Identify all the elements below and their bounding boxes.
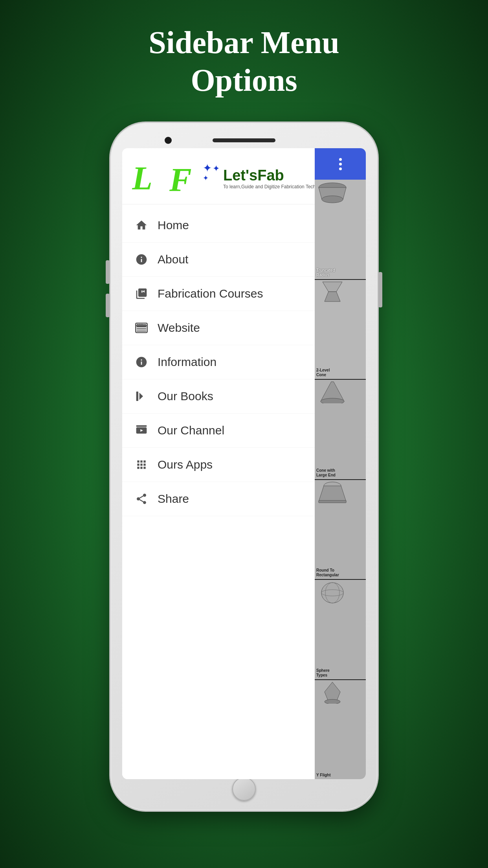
menu-label-courses: Fabrication Courses — [158, 287, 263, 300]
svg-point-11 — [322, 196, 343, 203]
svg-rect-7 — [136, 392, 138, 401]
phone-screen: L F ✦ ✦ — [122, 148, 366, 779]
menu-label-about: About — [158, 253, 188, 266]
svg-text:L: L — [132, 160, 152, 193]
menu-label-share: Share — [158, 492, 189, 506]
thumb-item-3[interactable]: Cone withLarge End — [315, 380, 366, 480]
channel-icon — [134, 423, 149, 438]
menu-item-books[interactable]: Our Books — [122, 379, 315, 414]
thumb-label-2: 2-LevelCone — [316, 368, 330, 377]
menu-item-fabrication-courses[interactable]: Fabrication Courses — [122, 277, 315, 311]
menu-item-information[interactable]: Information — [122, 345, 315, 379]
phone-bottom-bar — [232, 779, 256, 799]
share-icon — [134, 491, 149, 506]
menu-item-home[interactable]: Home — [122, 208, 315, 243]
information-icon — [134, 355, 149, 370]
thumb-item-1[interactable]: TruncatedRadius — [315, 180, 366, 280]
thumb-shape-4 — [315, 480, 350, 504]
page-title: Sidebar Menu Options — [149, 24, 339, 99]
home-icon — [134, 218, 149, 233]
menu-item-apps[interactable]: Ours Apps — [122, 448, 315, 482]
thumb-label-4: Round ToRectangular — [316, 568, 339, 577]
menu-item-channel[interactable]: Our Channel — [122, 414, 315, 448]
speaker — [213, 138, 275, 142]
front-camera — [165, 137, 172, 144]
brand-name: Let'sFab — [223, 167, 327, 184]
menu-item-website[interactable]: Website — [122, 311, 315, 345]
thumb-label-1: TruncatedRadius — [316, 268, 335, 278]
thumb-shape-3 — [315, 380, 350, 403]
brand-text: Let'sFab To learn,Guide and Digitize Fab… — [223, 167, 327, 189]
right-panel: TruncatedRadius 2-LevelCone Cone withLar… — [315, 148, 366, 779]
website-icon — [134, 320, 149, 335]
svg-point-12 — [321, 398, 344, 403]
top-bar — [315, 148, 366, 180]
logo-area: L F ✦ ✦ — [122, 148, 315, 204]
svg-point-15 — [321, 583, 343, 603]
phone-top-bar — [117, 134, 371, 148]
menu-item-about[interactable]: About — [122, 243, 315, 277]
thumb-shape-6 — [315, 680, 350, 704]
three-dots-menu[interactable] — [339, 158, 342, 170]
thumb-label-3: Cone withLarge End — [316, 468, 336, 478]
home-button[interactable] — [232, 777, 256, 801]
logo-letters: L — [132, 158, 175, 198]
phone-side-button-right — [378, 272, 382, 307]
thumb-item-4[interactable]: Round ToRectangular — [315, 480, 366, 580]
courses-icon — [134, 286, 149, 301]
thumb-shape-2 — [315, 280, 350, 303]
menu-label-apps: Ours Apps — [158, 458, 213, 471]
menu-item-share[interactable]: Share — [122, 482, 315, 516]
thumb-label-5: SphereTypes — [316, 668, 330, 678]
thumb-shape-1 — [315, 180, 350, 203]
thumb-item-2[interactable]: 2-LevelCone — [315, 280, 366, 380]
thumbnail-list: TruncatedRadius 2-LevelCone Cone withLar… — [315, 180, 366, 779]
menu-label-website: Website — [158, 321, 200, 335]
thumb-shape-5 — [315, 582, 350, 605]
menu-label-information: Information — [158, 355, 216, 369]
brand-tagline: To learn,Guide and Digitize Fabrication … — [223, 184, 327, 189]
thumb-item-5[interactable]: SphereTypes — [315, 580, 366, 680]
svg-point-6 — [141, 324, 143, 325]
phone-side-buttons-left — [106, 260, 110, 317]
menu-label-channel: Our Channel — [158, 424, 224, 437]
menu-label-home: Home — [158, 219, 189, 232]
phone-device: L F ✦ ✦ — [110, 123, 378, 811]
svg-point-4 — [137, 324, 138, 325]
menu-label-books: Our Books — [158, 390, 213, 403]
thumb-item-6[interactable]: Y Flight — [315, 680, 366, 780]
logo-stars: ✦ ✦ ✦ — [203, 163, 220, 182]
sidebar-panel: L F ✦ ✦ — [122, 148, 315, 779]
svg-point-18 — [325, 699, 340, 704]
books-icon — [134, 389, 149, 404]
about-icon — [134, 252, 149, 267]
thumb-label-6: Y Flight — [316, 773, 330, 778]
svg-rect-9 — [136, 425, 147, 427]
svg-point-5 — [139, 324, 141, 325]
menu-list: Home About — [122, 204, 315, 779]
svg-rect-14 — [319, 500, 346, 503]
apps-icon — [134, 457, 149, 472]
